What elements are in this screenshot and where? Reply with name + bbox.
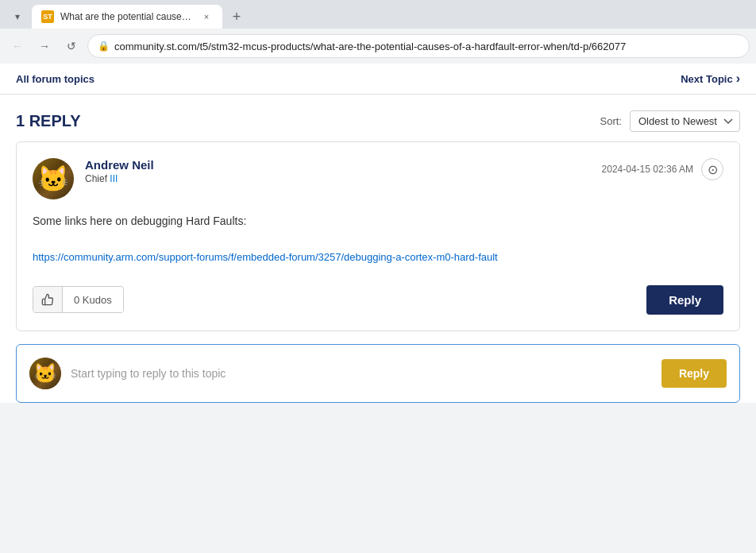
- reply-count-label: 1 REPLY: [16, 112, 81, 130]
- avatar-image: [33, 158, 74, 199]
- post-author-info: Andrew Neil Chief III: [33, 158, 154, 199]
- compose-avatar-image: [29, 358, 61, 389]
- author-details: Andrew Neil Chief III: [85, 158, 154, 184]
- next-topic-arrow-icon: ›: [736, 72, 740, 86]
- new-tab-button[interactable]: +: [226, 6, 248, 28]
- reply-header: 1 REPLY Sort: Oldest to Newest Newest to…: [0, 95, 756, 141]
- post-card: Andrew Neil Chief III 2024-04-15 02:36 A…: [16, 141, 740, 331]
- tab-title: What are the potential causes o: [60, 11, 194, 22]
- active-tab[interactable]: ST What are the potential causes o ×: [32, 5, 222, 29]
- forum-nav-bar: All forum topics Next Topic ›: [0, 64, 756, 95]
- post-meta-right: 2024-04-15 02:36 AM ⊙: [602, 158, 723, 180]
- kudos-count: 0 Kudos: [63, 288, 123, 312]
- address-text: community.st.com/t5/stm32-mcus-products/…: [114, 41, 739, 52]
- sort-container: Sort: Oldest to Newest Newest to Oldest …: [600, 110, 740, 132]
- lock-icon: 🔒: [98, 41, 110, 52]
- next-topic-link[interactable]: Next Topic ›: [681, 72, 740, 86]
- post-reply-button[interactable]: Reply: [646, 285, 723, 315]
- author-avatar: [33, 158, 74, 199]
- post-footer: 0 Kudos Reply: [33, 285, 723, 315]
- author-badge-highlight: III: [110, 173, 118, 184]
- forward-button[interactable]: →: [33, 35, 56, 57]
- author-rank: Chief III: [85, 173, 154, 184]
- tab-favicon: ST: [41, 10, 54, 23]
- post-header: Andrew Neil Chief III 2024-04-15 02:36 A…: [33, 158, 723, 199]
- next-topic-label: Next Topic: [681, 73, 733, 85]
- tab-bar: ▾ ST What are the potential causes o × +: [0, 0, 756, 29]
- post-timestamp: 2024-04-15 02:36 AM: [602, 164, 693, 175]
- sort-label: Sort:: [600, 115, 622, 127]
- post-body: Some links here on debugging Hard Faults…: [33, 212, 723, 279]
- all-forum-topics-link[interactable]: All forum topics: [16, 73, 94, 85]
- thumbs-up-icon: [33, 287, 63, 312]
- compose-reply-input[interactable]: [71, 367, 652, 380]
- sort-select[interactable]: Oldest to Newest Newest to Oldest Top Ku…: [630, 110, 740, 132]
- compose-avatar: [29, 358, 61, 389]
- post-options-button[interactable]: ⊙: [701, 158, 723, 180]
- reply-compose-box: Reply: [16, 344, 740, 403]
- browser-chrome: ▾ ST What are the potential causes o × +…: [0, 0, 756, 64]
- address-bar-row: ← → ↺ 🔒 community.st.com/t5/stm32-mcus-p…: [0, 29, 756, 64]
- address-bar[interactable]: 🔒 community.st.com/t5/stm32-mcus-product…: [87, 34, 750, 58]
- post-body-link[interactable]: https://community.arm.com/support-forums…: [33, 251, 498, 263]
- page-content: All forum topics Next Topic › 1 REPLY So…: [0, 64, 756, 403]
- kudos-button[interactable]: 0 Kudos: [33, 286, 124, 313]
- back-button[interactable]: ←: [6, 35, 29, 57]
- tab-close-button[interactable]: ×: [200, 10, 213, 23]
- author-name: Andrew Neil: [85, 158, 154, 172]
- post-body-text: Some links here on debugging Hard Faults…: [33, 212, 723, 230]
- tab-list-arrow[interactable]: ▾: [6, 6, 29, 28]
- options-icon: ⊙: [708, 162, 718, 177]
- compose-reply-button[interactable]: Reply: [662, 359, 727, 388]
- reload-button[interactable]: ↺: [60, 35, 83, 57]
